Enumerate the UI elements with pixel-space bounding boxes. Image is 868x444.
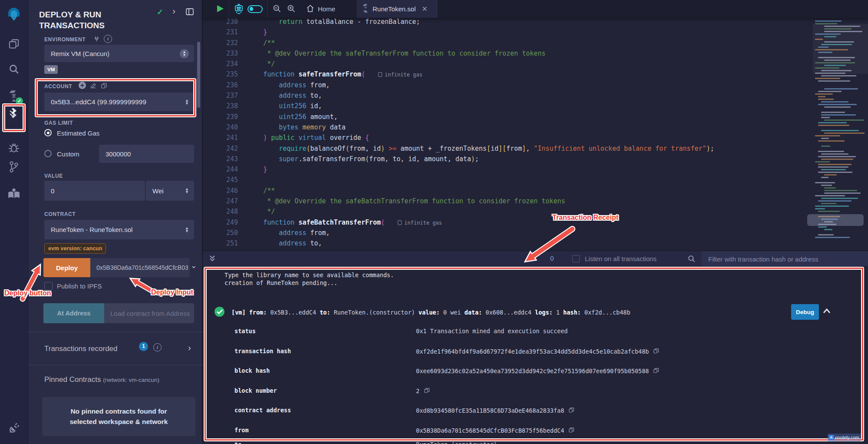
deploy-input[interactable] xyxy=(90,258,190,277)
close-tab-icon[interactable]: ✕ xyxy=(422,5,427,13)
environment-info-icon[interactable]: i xyxy=(104,35,112,43)
run-script-icon[interactable] xyxy=(217,5,224,12)
tx-success-icon xyxy=(215,307,224,317)
copy-icon[interactable] xyxy=(653,367,659,375)
code-line: 240 bytes memory data xyxy=(203,122,807,133)
code-line: 236 address from, xyxy=(203,80,807,90)
receipt-row: transaction hash0xf2de1f964bfd4f9a6d6797… xyxy=(203,348,868,356)
panel-check-icon: ✓ xyxy=(157,7,163,17)
code-line: 243 super.safeTransferFrom(from, to, id,… xyxy=(203,154,807,164)
transaction-filter-input[interactable] xyxy=(702,251,868,267)
at-address-input[interactable] xyxy=(104,303,194,323)
estimated-gas-radio[interactable] xyxy=(44,129,52,136)
listen-all-label[interactable]: Listen on all transactions xyxy=(585,255,657,262)
receipt-row: contract address0xd8b934580fcE35a11B58C6… xyxy=(203,407,868,415)
gas-estimate-annotation: infinite gas xyxy=(378,72,422,78)
environment-label: ENVIRONMENT xyxy=(44,36,86,43)
terminal-toolbar: 0 Listen on all transactions xyxy=(203,251,868,266)
environment-stepper-icon: ▲▼ xyxy=(180,49,189,58)
panel-collapse-icon[interactable]: › xyxy=(172,6,175,16)
code-line: 231 } xyxy=(203,27,807,37)
plugin-manager-icon[interactable] xyxy=(7,188,20,199)
contract-select[interactable]: RuneToken - RuneToken.sol ▲▼ xyxy=(44,220,194,239)
ai-assistant-icon[interactable] xyxy=(234,3,244,16)
gas-estimate-annotation: infinite gas xyxy=(398,220,442,226)
home-icon xyxy=(306,4,314,14)
custom-gas-input[interactable] xyxy=(99,145,194,163)
minimap-widget xyxy=(807,214,864,226)
plug-icon[interactable] xyxy=(8,422,20,434)
divider xyxy=(28,365,203,365)
source-control-icon[interactable] xyxy=(8,161,20,173)
debug-button[interactable]: Debug xyxy=(791,304,819,320)
code-line: 238 uint256 id, xyxy=(203,101,807,111)
code-line: 233 * @dev Override the safeTransferFrom… xyxy=(203,48,807,59)
copy-icon[interactable] xyxy=(568,407,574,414)
zoom-out-icon[interactable] xyxy=(272,4,281,15)
tx-summary[interactable]: [vm] from: 0x5B3...eddC4 to: RuneToken.(… xyxy=(231,309,630,316)
value-input[interactable] xyxy=(44,181,145,201)
debugger-icon[interactable] xyxy=(8,142,20,154)
deploy-button[interactable]: Deploy xyxy=(43,258,90,277)
contract-stepper-icon: ▲▼ xyxy=(185,227,189,233)
remix-ide-window: ✓ DEPLOY & RUN TRANSACTI xyxy=(0,0,868,444)
divider xyxy=(28,332,203,332)
ai-toggle[interactable] xyxy=(248,5,263,13)
estimated-gas-option[interactable]: Estimated Gas xyxy=(57,129,99,137)
deploy-run-icon[interactable] xyxy=(7,106,20,119)
publish-ipfs-label[interactable]: Publish to IPFS xyxy=(57,282,102,290)
code-line: 237 address to, xyxy=(203,90,807,101)
environment-select[interactable]: Remix VM (Cancun) ▲▼ xyxy=(44,45,194,62)
pinned-empty-box: No pinned contracts found for selected w… xyxy=(42,397,195,436)
receipt-row: status0x1 Transaction mined and executio… xyxy=(203,328,868,336)
panel-scrollbar[interactable] xyxy=(197,42,200,108)
compile-success-badge: ✓ xyxy=(16,97,23,105)
at-address-button[interactable]: At Address xyxy=(43,303,104,323)
tab-runetoken-sol[interactable]: RuneToken.sol ✕ xyxy=(357,0,437,18)
code-line: 242 require(balanceOf(from, id) >= amoun… xyxy=(203,143,807,154)
publish-ipfs-checkbox[interactable] xyxy=(44,282,53,290)
zoom-in-icon[interactable] xyxy=(287,4,296,15)
file-explorer-icon[interactable] xyxy=(8,38,20,50)
terminal-search-icon xyxy=(687,255,696,265)
code-line: 230 return totalBalance - frozenBalance; xyxy=(203,18,807,27)
expand-terminal-icon[interactable] xyxy=(208,254,216,265)
value-unit-select[interactable]: Wei ▲▼ xyxy=(146,181,194,201)
code-editor[interactable]: 230 return totalBalance - frozenBalance;… xyxy=(203,18,868,251)
copy-account-icon[interactable] xyxy=(101,82,107,91)
transactions-count-badge: 1 xyxy=(139,342,148,351)
code-line: 235 function safeTransferFrom(infinite g… xyxy=(203,69,807,80)
receipt-row: block number2 xyxy=(203,387,868,396)
code-line: 248 */ xyxy=(203,206,807,217)
transactions-expand-icon[interactable]: › xyxy=(188,343,191,353)
transactions-info-icon[interactable]: i xyxy=(153,343,162,351)
terminal-log-line: creation of RuneToken pending... xyxy=(224,279,337,287)
code-line: 239 uint256 amount, xyxy=(203,112,807,122)
collapse-receipt-icon[interactable] xyxy=(823,308,831,315)
tab-home[interactable]: Home xyxy=(302,0,340,18)
search-icon[interactable] xyxy=(8,63,20,75)
panel-layout-icon[interactable] xyxy=(185,7,194,18)
solidity-file-icon xyxy=(363,4,369,14)
solidity-compiler-icon[interactable]: ✓ xyxy=(8,89,20,103)
receipt-row: from0x5B38Da6a701c568545dCfcB03FcB875f56… xyxy=(203,427,868,435)
code-line: 245 xyxy=(203,175,807,185)
account-select[interactable]: 0x5B3...eddC4 (99.9999999999 ▲▼ xyxy=(44,93,194,111)
pinned-empty-message: No pinned contracts found for selected w… xyxy=(64,406,174,427)
edit-account-icon[interactable] xyxy=(90,82,97,91)
copy-icon[interactable] xyxy=(653,348,659,355)
custom-gas-option[interactable]: Custom xyxy=(57,150,79,158)
add-account-icon[interactable] xyxy=(79,82,86,91)
copy-icon[interactable] xyxy=(424,387,430,395)
remix-logo-icon[interactable] xyxy=(5,4,23,23)
code-line: 250 address from, xyxy=(203,228,807,238)
deploy-expand-icon[interactable]: ⌄ xyxy=(191,261,197,270)
listen-all-checkbox[interactable] xyxy=(572,255,580,262)
receipt-row: toRuneToken.(constructor) xyxy=(203,441,868,444)
terminal-output[interactable]: Type the library name to see available c… xyxy=(203,266,868,444)
pinned-contracts-label: Pinned Contracts (network: vm-cancun) xyxy=(44,375,159,384)
deploy-run-panel: DEPLOY & RUN TRANSACTIONS ✓ › ENVIRONMEN… xyxy=(28,0,203,444)
custom-gas-radio[interactable] xyxy=(44,150,52,157)
environment-plug-icon[interactable]: i xyxy=(93,35,112,43)
copy-icon[interactable] xyxy=(568,427,574,434)
